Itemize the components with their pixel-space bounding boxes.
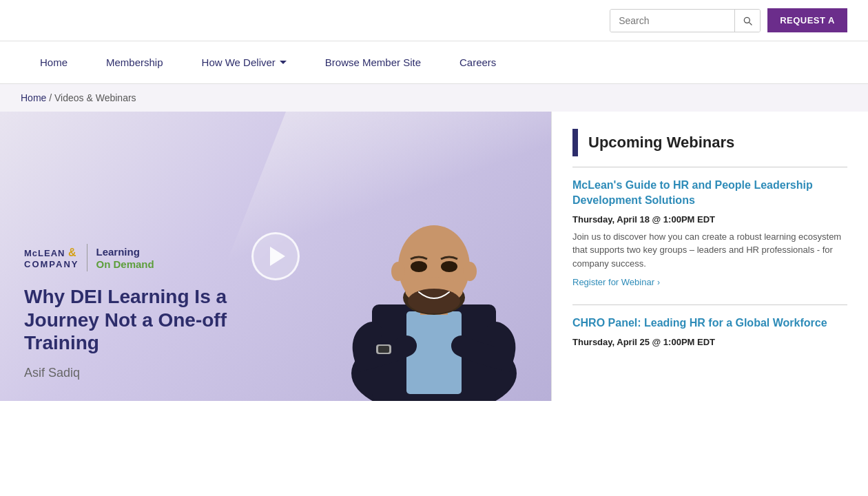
video-panel: McLEAN & COMPANY Learning On Demand Why … — [0, 112, 551, 401]
search-button[interactable] — [734, 10, 760, 32]
video-title: Why DEI Learning Is a Journey Not a One-… — [24, 285, 245, 355]
chevron-down-icon — [280, 61, 287, 64]
nav-item-membership[interactable]: Membership — [87, 41, 183, 83]
company-text: COMPANY — [24, 259, 79, 270]
svg-rect-2 — [406, 311, 462, 394]
webinar-1-date: Thursday, April 18 @ 1:00PM EDT — [572, 214, 847, 225]
mclean-logo: McLEAN & COMPANY — [24, 246, 79, 270]
webinar-2-title[interactable]: CHRO Panel: Leading HR for a Global Work… — [572, 316, 847, 331]
breadcrumb-separator: / — [49, 92, 54, 103]
breadcrumb-current: Videos & Webinars — [54, 92, 136, 103]
nav-item-how-we-deliver[interactable]: How We Deliver — [183, 41, 306, 83]
nav-bar: Home Membership How We Deliver Browse Me… — [0, 41, 868, 84]
webinar-divider — [572, 167, 847, 167]
search-input[interactable] — [610, 10, 734, 32]
webinar-1-desc: Join us to discover how you can create a… — [572, 230, 847, 271]
upcoming-webinars-title: Upcoming Webinars — [588, 134, 734, 152]
mclean-text: McLEAN & — [24, 246, 79, 259]
webinar-item-2: CHRO Panel: Leading HR for a Global Work… — [572, 316, 847, 347]
webinar-2-date: Thursday, April 25 @ 1:00PM EDT — [572, 337, 847, 347]
nav-item-careers[interactable]: Careers — [440, 41, 515, 83]
webinar-1-register-link[interactable]: Register for Webinar › — [572, 277, 847, 287]
learning-on-demand: Learning On Demand — [96, 246, 154, 270]
learning-text: Learning — [96, 246, 154, 258]
play-button[interactable] — [251, 232, 300, 280]
svg-point-9 — [408, 289, 460, 313]
request-button[interactable]: REQUEST A — [767, 8, 847, 32]
svg-point-5 — [391, 262, 405, 281]
chevron-right-icon: › — [657, 278, 660, 287]
webinar-item: McLean's Guide to HR and People Leadersh… — [572, 178, 847, 287]
breadcrumb-home-link[interactable]: Home — [21, 92, 46, 103]
nav-item-browse-member-site[interactable]: Browse Member Site — [306, 41, 440, 83]
person-image — [338, 139, 530, 401]
on-demand-text: On Demand — [96, 258, 154, 270]
header-top-bar: REQUEST A — [0, 0, 868, 41]
nav-item-home[interactable]: Home — [21, 41, 87, 83]
logo-divider — [87, 244, 87, 271]
webinar-1-title[interactable]: McLean's Guide to HR and People Leadersh… — [572, 178, 847, 209]
svg-point-11 — [441, 261, 457, 272]
breadcrumb: Home / Videos & Webinars — [0, 84, 868, 112]
search-icon — [742, 15, 753, 26]
svg-rect-13 — [378, 346, 389, 353]
svg-point-6 — [463, 262, 477, 281]
main-content: McLEAN & COMPANY Learning On Demand Why … — [0, 112, 868, 401]
svg-point-10 — [411, 261, 427, 272]
webinar-sidebar: Upcoming Webinars McLean's Guide to HR a… — [551, 112, 868, 401]
webinar-header: Upcoming Webinars — [572, 129, 847, 156]
play-icon — [270, 247, 285, 266]
webinar-divider-2 — [572, 304, 847, 305]
person-photo-area — [331, 132, 537, 401]
accent-bar — [572, 129, 578, 156]
search-container — [610, 9, 761, 32]
